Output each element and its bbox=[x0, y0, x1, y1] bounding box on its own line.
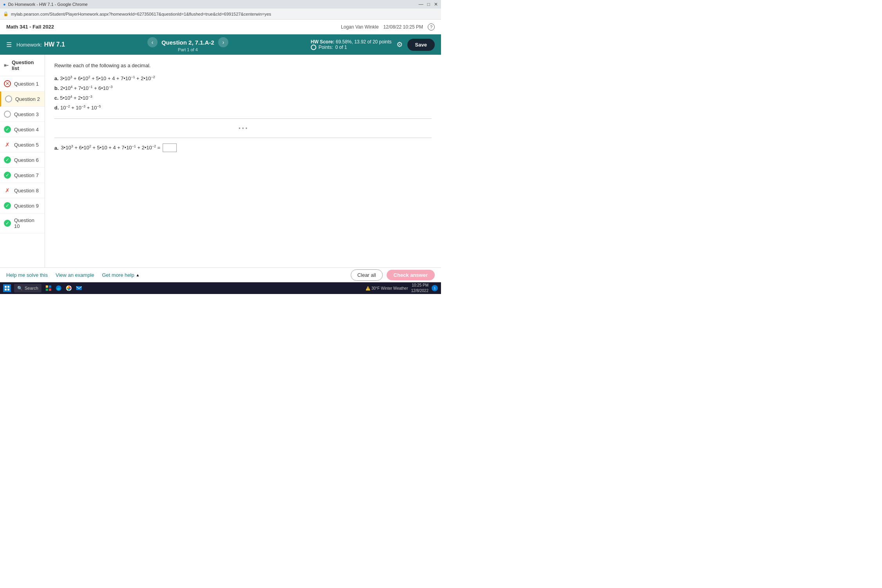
svg-rect-7 bbox=[49, 289, 51, 291]
points-row: Points: 0 of 1 bbox=[311, 45, 392, 50]
username: Logan Van Winkle bbox=[341, 24, 379, 30]
chrome-favicon: ● bbox=[3, 2, 6, 7]
url-text[interactable]: mylab.pearson.com/Student/PlayerHomework… bbox=[11, 12, 271, 16]
settings-icon[interactable]: ⚙ bbox=[396, 40, 403, 49]
nav-center: ‹ Question 2, 7.1.A-2 › Part 1 of 4 bbox=[147, 37, 228, 52]
nav-score-area: HW Score: 69.58%, 13.92 of 20 points Poi… bbox=[311, 39, 392, 50]
q5-label: Question 5 bbox=[14, 142, 39, 148]
taskbar-apps bbox=[45, 284, 83, 292]
sidebar-item-question-1[interactable]: ✕ Question 1 bbox=[0, 76, 45, 91]
sidebar-item-question-9[interactable]: ✓ Question 9 bbox=[0, 198, 45, 213]
taskbar-app-chrome[interactable] bbox=[65, 284, 73, 292]
hw-name: HW 7.1 bbox=[44, 41, 65, 48]
weather-temp: 30°F bbox=[371, 286, 380, 290]
clock: 10:25 PM 12/8/2022 bbox=[411, 283, 429, 294]
help-me-solve-button[interactable]: Help me solve this bbox=[6, 271, 48, 280]
q9-status-icon: ✓ bbox=[4, 202, 11, 209]
start-button[interactable] bbox=[3, 284, 11, 292]
next-question-button[interactable]: › bbox=[218, 37, 228, 47]
close-button[interactable]: ✕ bbox=[434, 2, 438, 7]
help-icon-button[interactable]: ? bbox=[428, 23, 435, 30]
app-title: Math 341 - Fall 2022 bbox=[6, 24, 54, 30]
homework-label: Homework: bbox=[16, 42, 42, 48]
taskbar-app-mail[interactable] bbox=[75, 284, 83, 292]
svg-rect-3 bbox=[7, 289, 9, 290]
maximize-button[interactable]: □ bbox=[427, 2, 430, 7]
svg-rect-1 bbox=[7, 286, 9, 288]
titlebar-controls[interactable]: — □ ✕ bbox=[419, 2, 438, 7]
datetime: 12/08/22 10:25 PM bbox=[384, 24, 423, 30]
notification-badge[interactable]: 1 bbox=[432, 285, 438, 291]
part-c-text: c. 5•104 + 2•10−3 bbox=[54, 93, 432, 103]
addressbar: 🔒 mylab.pearson.com/Student/PlayerHomewo… bbox=[0, 9, 441, 20]
svg-rect-4 bbox=[46, 285, 48, 288]
sidebar-item-question-2[interactable]: Question 2 bbox=[0, 91, 45, 107]
bottom-right-actions: Clear all Check answer bbox=[351, 269, 435, 281]
hamburger-icon[interactable]: ☰ bbox=[6, 41, 12, 48]
save-button[interactable]: Save bbox=[407, 39, 435, 51]
q10-label: Question 10 bbox=[14, 217, 41, 229]
q4-status-icon: ✓ bbox=[4, 126, 11, 133]
weather-desc: Winter Weather bbox=[381, 286, 408, 290]
search-icon: 🔍 bbox=[17, 286, 23, 291]
sidebar-item-question-8[interactable]: ✗ Question 8 bbox=[0, 183, 45, 198]
get-more-help-label[interactable]: Get more help bbox=[102, 271, 134, 280]
part-a-input-row: a. 3•103 + 6•102 + 5•10 + 4 + 7•10−1 + 2… bbox=[54, 143, 432, 152]
sidebar-header: ⇤ Question list bbox=[0, 55, 45, 76]
collapse-sidebar-button[interactable]: ⇤ bbox=[4, 62, 9, 68]
part-a-label: a. bbox=[54, 145, 59, 151]
q8-label: Question 8 bbox=[14, 188, 39, 194]
part-d-text: d. 10−2 + 10−3 + 10−5 bbox=[54, 103, 432, 113]
check-answer-button[interactable]: Check answer bbox=[387, 270, 435, 280]
titlebar-left: ● Do Homework - HW 7.1 - Google Chrome bbox=[3, 2, 88, 7]
q4-label: Question 4 bbox=[14, 127, 39, 133]
points-label: Points: bbox=[319, 45, 333, 50]
q9-label: Question 9 bbox=[14, 203, 39, 209]
clock-time: 10:25 PM bbox=[411, 283, 429, 288]
q10-status-icon: ✓ bbox=[4, 220, 11, 227]
points-value: 0 of 1 bbox=[335, 45, 347, 50]
part-a-expression: 3•103 + 6•102 + 5•10 + 4 + 7•10−1 + 2•10… bbox=[61, 144, 160, 151]
main-layout: ⇤ Question list ✕ Question 1 Question 2 … bbox=[0, 55, 441, 267]
get-more-arrow-icon: ▲ bbox=[136, 273, 140, 277]
nav-question-row: ‹ Question 2, 7.1.A-2 › bbox=[147, 37, 228, 47]
sidebar-item-question-7[interactable]: ✓ Question 7 bbox=[0, 168, 45, 183]
sidebar-item-question-3[interactable]: Question 3 bbox=[0, 107, 45, 122]
sidebar-item-question-4[interactable]: ✓ Question 4 bbox=[0, 122, 45, 137]
weather-widget: ⚠️ 30°F Winter Weather bbox=[366, 286, 408, 290]
taskbar: 🔍 Search bbox=[0, 282, 441, 294]
taskbar-app-edge[interactable] bbox=[55, 284, 63, 292]
part-a-text: a. 3•103 + 6•102 + 5•10 + 4 + 7•10−1 + 2… bbox=[54, 74, 432, 84]
titlebar-title: Do Homework - HW 7.1 - Google Chrome bbox=[8, 2, 88, 7]
svg-rect-5 bbox=[49, 285, 51, 288]
q2-label: Question 2 bbox=[15, 96, 40, 102]
svg-rect-6 bbox=[46, 289, 48, 291]
taskbar-search-bar[interactable]: 🔍 Search bbox=[14, 284, 41, 292]
minimize-button[interactable]: — bbox=[419, 2, 423, 7]
q5-status-icon: ✗ bbox=[4, 141, 11, 148]
sidebar-item-question-5[interactable]: ✗ Question 5 bbox=[0, 137, 45, 152]
q6-status-icon: ✓ bbox=[4, 156, 11, 163]
clock-date: 12/8/2022 bbox=[411, 288, 429, 294]
question-parts: a. 3•103 + 6•102 + 5•10 + 4 + 7•10−1 + 2… bbox=[54, 74, 432, 113]
clear-all-button[interactable]: Clear all bbox=[351, 269, 383, 281]
content-area: Rewrite each of the following as a decim… bbox=[45, 55, 441, 267]
app-header: Math 341 - Fall 2022 Logan Van Winkle 12… bbox=[0, 20, 441, 34]
section-divider-2 bbox=[54, 138, 432, 138]
dots-handle[interactable]: • • • bbox=[54, 124, 432, 132]
sidebar: ⇤ Question list ✕ Question 1 Question 2 … bbox=[0, 55, 45, 267]
get-more-help-button[interactable]: Get more help ▲ bbox=[102, 271, 140, 280]
sidebar-item-question-6[interactable]: ✓ Question 6 bbox=[0, 152, 45, 168]
view-example-button[interactable]: View an example bbox=[56, 271, 94, 280]
svg-rect-0 bbox=[5, 286, 7, 288]
taskbar-app-files[interactable] bbox=[45, 284, 52, 292]
prev-question-button[interactable]: ‹ bbox=[147, 37, 158, 47]
svg-rect-11 bbox=[76, 286, 82, 290]
search-label: Search bbox=[25, 286, 38, 290]
lock-icon: 🔒 bbox=[3, 11, 9, 16]
q3-label: Question 3 bbox=[14, 111, 39, 117]
part-a-answer-input[interactable] bbox=[163, 143, 177, 152]
titlebar: ● Do Homework - HW 7.1 - Google Chrome —… bbox=[0, 0, 441, 9]
svg-rect-2 bbox=[5, 289, 7, 290]
sidebar-item-question-10[interactable]: ✓ Question 10 bbox=[0, 213, 45, 233]
